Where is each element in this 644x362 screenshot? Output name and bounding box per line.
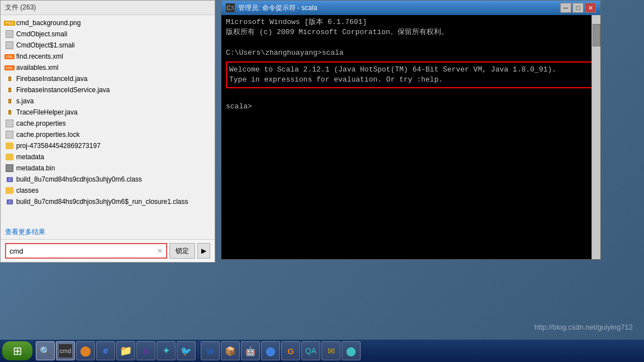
file-type-icon: .C bbox=[5, 197, 14, 206]
list-item[interactable]: J FirebaseInstanceId.java bbox=[1, 73, 215, 84]
taskbar-sep1 bbox=[198, 342, 198, 359]
taskbar-explorer-item[interactable]: 📁 bbox=[116, 341, 135, 360]
file-type-icon bbox=[5, 153, 14, 161]
file-name: cache.properties bbox=[16, 120, 66, 127]
list-item[interactable]: metadata bbox=[1, 151, 215, 163]
file-name: FirebaseInstanceIdService.java bbox=[16, 86, 110, 94]
list-item[interactable]: cache.properties bbox=[1, 118, 215, 129]
taskbar-ie-item[interactable]: e bbox=[96, 341, 115, 360]
file-name: availables.xml bbox=[16, 64, 58, 72]
file-name: metadata.bin bbox=[16, 164, 55, 172]
list-item[interactable]: PNG cmd_background.png bbox=[1, 17, 215, 28]
android-icon: 🤖 bbox=[244, 344, 257, 358]
star-icon: ✦ bbox=[159, 344, 173, 358]
cmd-highlighted-text: Welcome to Scala 2.12.1 (Java HotSpot(TM… bbox=[229, 65, 593, 85]
ie-icon: e bbox=[99, 344, 112, 358]
cmd-titlebar: C:\ 管理员: 命令提示符 - scala ─ □ ✕ bbox=[221, 1, 600, 15]
search-input[interactable] bbox=[10, 247, 155, 255]
list-item[interactable]: CmdObject$1.smali bbox=[1, 40, 215, 51]
file-type-icon bbox=[5, 130, 14, 139]
search-clear-icon[interactable]: ✕ bbox=[157, 247, 163, 255]
list-item[interactable]: CmdObject.smali bbox=[1, 28, 215, 40]
taskbar-onenote-item[interactable]: N bbox=[136, 341, 155, 360]
file-type-icon bbox=[5, 30, 14, 39]
file-type-icon: J bbox=[5, 108, 14, 117]
desktop: 文件 (263) PNG cmd_background.png CmdObjec… bbox=[0, 0, 644, 362]
cmd-title: C:\ 管理员: 命令提示符 - scala bbox=[226, 3, 317, 13]
cmd-window: C:\ 管理员: 命令提示符 - scala ─ □ ✕ Microsoft W… bbox=[221, 0, 601, 260]
taskbar-cmd-item[interactable]: cmd bbox=[56, 341, 75, 360]
taskbar-search-item[interactable]: 🔍 bbox=[36, 341, 55, 360]
taskbar-g-item[interactable]: G bbox=[281, 341, 300, 360]
taskbar-last-item[interactable]: ⬤ bbox=[342, 341, 361, 360]
file-name: build_8u7cmd84hs9cdhjos3uhjy0m6.class bbox=[16, 175, 142, 183]
cmd-scrollbar-thumb[interactable] bbox=[593, 24, 600, 46]
file-name: TraceFileHelper.java bbox=[16, 108, 78, 116]
chrome-icon: ⬤ bbox=[79, 344, 92, 358]
close-button[interactable]: ✕ bbox=[585, 3, 596, 13]
app-icon: ⬤ bbox=[264, 344, 277, 358]
file-type-icon: PNG bbox=[5, 18, 14, 27]
taskbar-chrome-item[interactable]: ⬤ bbox=[76, 341, 95, 360]
cmd-title-text: 管理员: 命令提示符 - scala bbox=[238, 3, 317, 13]
file-name: cache.properties.lock bbox=[16, 131, 79, 139]
list-item[interactable]: proj-4735844542869273197 bbox=[1, 140, 215, 151]
file-type-icon bbox=[5, 41, 14, 50]
list-item[interactable]: XML find.recents.xml bbox=[1, 51, 215, 62]
search-confirm-button[interactable]: 锁定 bbox=[169, 243, 195, 259]
search-arrow-button[interactable]: ▶ bbox=[197, 243, 210, 259]
file-name: classes bbox=[16, 187, 39, 194]
taskbar-bird-item[interactable]: 🐦 bbox=[177, 341, 196, 360]
cmd-highlighted-block: Welcome to Scala 2.12.1 (Java HotSpot(TM… bbox=[226, 61, 596, 88]
file-name: proj-4735844542869273197 bbox=[16, 142, 101, 150]
cmd-scrollbar[interactable] bbox=[591, 15, 600, 259]
file-type-icon: J bbox=[5, 74, 14, 83]
list-item[interactable]: XML availables.xml bbox=[1, 62, 215, 73]
file-name: FirebaseInstanceId.java bbox=[16, 75, 87, 83]
list-item[interactable]: .C build_8u7cmd84hs9cdhjos3uhjy0m6$_run_… bbox=[1, 196, 215, 207]
file-count-label: 文件 (263) bbox=[5, 3, 36, 12]
list-item[interactable]: J TraceFileHelper.java bbox=[1, 107, 215, 118]
cmd-body[interactable]: Microsoft Windows [版本 6.1.7601] 版权所有 (c)… bbox=[221, 15, 600, 259]
file-type-icon bbox=[5, 186, 14, 195]
start-button[interactable]: ⊞ bbox=[2, 341, 32, 360]
minimize-button[interactable]: ─ bbox=[560, 3, 571, 13]
file-name: find.recents.xml bbox=[16, 53, 63, 60]
windows-logo: ⊞ bbox=[13, 344, 22, 358]
file-explorer-panel: 文件 (263) PNG cmd_background.png CmdObjec… bbox=[0, 0, 215, 263]
cmd-taskbar-icon: cmd bbox=[59, 344, 72, 358]
list-item[interactable]: .C build_8u7cmd84hs9cdhjos3uhjy0m6.class bbox=[1, 174, 215, 185]
file-type-icon bbox=[5, 119, 14, 128]
taskbar-box-item[interactable]: 📦 bbox=[221, 341, 240, 360]
maximize-button[interactable]: □ bbox=[572, 3, 584, 13]
explorer-icon: 📁 bbox=[119, 344, 132, 358]
mail-icon: ✉ bbox=[324, 344, 338, 358]
list-item[interactable]: metadata.bin bbox=[1, 163, 215, 174]
list-item[interactable]: J FirebaseInstanceIdService.java bbox=[1, 84, 215, 96]
list-item[interactable]: classes bbox=[1, 185, 215, 196]
cmd-pre-text: Microsoft Windows [版本 6.1.7601] 版权所有 (c)… bbox=[226, 17, 596, 58]
taskbar-star-item[interactable]: ✦ bbox=[157, 341, 176, 360]
cmd-controls: ─ □ ✕ bbox=[560, 3, 596, 13]
word-icon: W bbox=[203, 344, 217, 358]
file-name: cmd_background.png bbox=[16, 19, 80, 27]
list-item[interactable]: J s.java bbox=[1, 96, 215, 107]
see-more-link[interactable]: 查看更多结果 bbox=[1, 225, 215, 239]
onenote-icon: N bbox=[139, 344, 153, 358]
list-item[interactable]: cache.properties.lock bbox=[1, 129, 215, 140]
taskbar-app-item[interactable]: ⬤ bbox=[261, 341, 280, 360]
file-list: PNG cmd_background.png CmdObject.smali C… bbox=[1, 15, 215, 225]
box-icon: 📦 bbox=[224, 344, 237, 358]
taskbar-android-item[interactable]: 🤖 bbox=[241, 341, 260, 360]
taskbar-word-item[interactable]: W bbox=[201, 341, 220, 360]
file-type-icon: XML bbox=[5, 52, 14, 61]
file-type-icon: .C bbox=[5, 175, 14, 184]
taskbar-mail-item[interactable]: ✉ bbox=[321, 341, 340, 360]
file-name: CmdObject$1.smali bbox=[16, 41, 75, 49]
qa-icon: QA bbox=[304, 344, 318, 358]
file-type-icon bbox=[5, 164, 14, 173]
taskbar-qa-item[interactable]: QA bbox=[301, 341, 320, 360]
file-name: metadata bbox=[16, 153, 44, 161]
file-type-icon: J bbox=[5, 97, 14, 106]
cmd-post-text: scala> bbox=[226, 92, 596, 112]
